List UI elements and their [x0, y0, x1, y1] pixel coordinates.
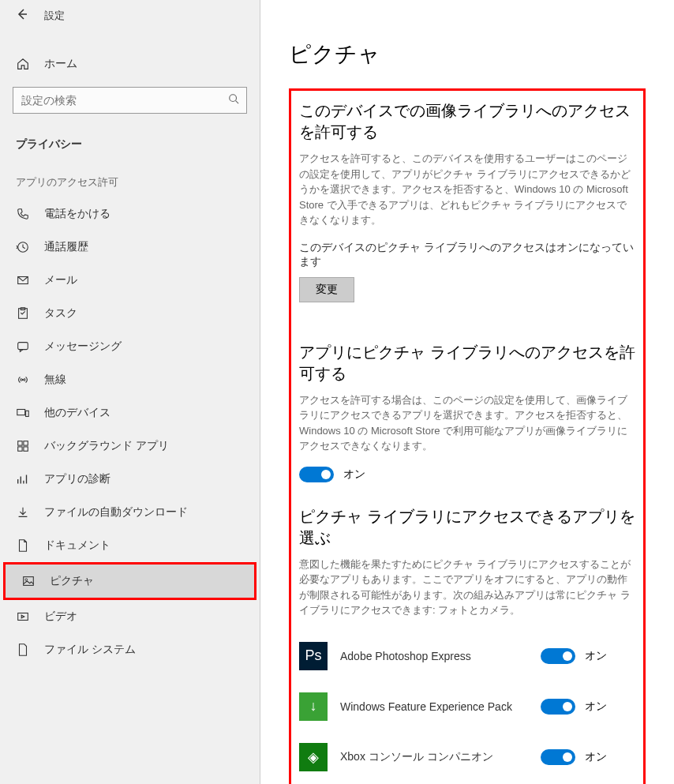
svg-rect-11	[18, 447, 22, 451]
mail-icon	[16, 273, 30, 287]
nav-item-other-devices[interactable]: 他のデバイス	[0, 396, 260, 430]
home-nav[interactable]: ホーム	[0, 47, 260, 81]
nav-label: 電話をかける	[44, 207, 110, 221]
svg-rect-5	[18, 343, 28, 350]
nav-item-documents[interactable]: ドキュメント	[0, 529, 260, 562]
app-toggle[interactable]	[541, 749, 575, 765]
app-toggle-label: オン	[585, 700, 607, 714]
section2-desc: アクセスを許可する場合は、このページの設定を使用して、画像ライブラリにアクセスで…	[299, 392, 635, 454]
app-row: ◈ Xbox コンソール コンパニオン オン	[299, 732, 635, 782]
file-system-icon	[16, 643, 30, 657]
app-row: ↓ Windows Feature Experience Pack オン	[299, 681, 635, 732]
app-toggle[interactable]	[541, 699, 575, 715]
toggle-label: オン	[343, 467, 365, 482]
nav-item-app-diagnostics[interactable]: アプリの診断	[0, 463, 260, 496]
highlighted-region: このデバイスでの画像ライブラリへのアクセスを許可する アクセスを許可すると、この…	[289, 88, 646, 784]
app-row: Ps Adobe Photoshop Express オン	[299, 631, 635, 681]
app-icon: ↓	[299, 692, 328, 721]
svg-point-14	[25, 579, 28, 581]
search-input[interactable]	[13, 87, 247, 114]
section1-heading: このデバイスでの画像ライブラリへのアクセスを許可する	[299, 100, 635, 143]
nav-item-mail[interactable]: メール	[0, 264, 260, 297]
app-list: Ps Adobe Photoshop Express オン ↓ Windows …	[299, 631, 635, 785]
nav-label: タスク	[44, 306, 77, 321]
document-icon	[16, 538, 30, 553]
back-button[interactable]	[16, 8, 28, 24]
section1-status: このデバイスのピクチャ ライブラリへのアクセスはオンになっています	[299, 241, 635, 269]
radio-icon	[16, 373, 30, 387]
nav-item-radios[interactable]: 無線	[0, 363, 260, 396]
category-title: プライバシー	[0, 129, 260, 159]
nav-item-pictures[interactable]: ピクチャ	[6, 565, 254, 598]
svg-point-6	[22, 379, 24, 381]
subsection-title: アプリのアクセス許可	[0, 159, 260, 197]
svg-point-0	[230, 95, 237, 102]
section2-heading: アプリにピクチャ ライブラリへのアクセスを許可する	[299, 342, 635, 384]
nav-item-videos[interactable]: ビデオ	[0, 600, 260, 633]
app-toggle-wrap: オン	[541, 749, 635, 765]
back-arrow-icon	[16, 8, 28, 21]
nav-label: バックグラウンド アプリ	[44, 439, 169, 453]
app-icon: Ps	[299, 642, 328, 670]
nav-item-call[interactable]: 電話をかける	[0, 197, 260, 231]
nav-label: アプリの診断	[44, 472, 110, 486]
svg-rect-13	[24, 577, 34, 586]
svg-rect-15	[18, 613, 28, 621]
nav-label: ピクチャ	[50, 574, 94, 588]
sidebar: 設定 ホーム プライバシー アプリのアクセス許可 電話をかける 通話履歴 メール…	[0, 0, 260, 784]
home-icon	[16, 57, 30, 71]
devices-icon	[16, 406, 30, 420]
content-area: ピクチャ このデバイスでの画像ライブラリへのアクセスを許可する アクセスを許可す…	[260, 0, 674, 784]
nav-item-background-apps[interactable]: バックグラウンド アプリ	[0, 430, 260, 463]
nav-item-tasks[interactable]: タスク	[0, 297, 260, 330]
nav-label: ビデオ	[44, 610, 77, 624]
nav-label: ドキュメント	[44, 538, 110, 553]
svg-rect-7	[17, 410, 25, 415]
nav-label: 他のデバイス	[44, 406, 110, 420]
messaging-icon	[16, 339, 30, 354]
app-toggle-label: オン	[585, 750, 607, 764]
home-label: ホーム	[44, 57, 77, 71]
nav-label: ファイルの自動ダウンロード	[44, 505, 188, 520]
nav-item-auto-downloads[interactable]: ファイルの自動ダウンロード	[0, 496, 260, 529]
nav-label: 無線	[44, 373, 66, 387]
phone-icon	[16, 207, 30, 221]
nav-item-messaging[interactable]: メッセージング	[0, 330, 260, 363]
app-name: Xbox コンソール コンパニオン	[340, 750, 528, 764]
download-icon	[16, 505, 30, 520]
nav-label: メール	[44, 273, 77, 287]
nav-label: 通話履歴	[44, 240, 88, 254]
section3-heading: ピクチャ ライブラリにアクセスできるアプリを選ぶ	[299, 506, 635, 549]
pictures-icon	[21, 574, 36, 588]
change-button[interactable]: 変更	[299, 277, 354, 302]
app-toggle-wrap: オン	[541, 648, 635, 664]
section3-desc: 意図した機能を果たすためにピクチャ ライブラリにアクセスすることが必要なアプリも…	[299, 557, 635, 618]
history-icon	[16, 240, 30, 254]
diagnostics-icon	[16, 472, 30, 486]
svg-rect-10	[24, 441, 28, 445]
section2-toggle-row: オン	[299, 467, 635, 482]
sidebar-header: 設定	[0, 0, 260, 32]
app-toggle-wrap: オン	[541, 699, 635, 715]
window-title: 設定	[44, 9, 65, 23]
background-apps-icon	[16, 439, 30, 453]
app-name: Windows Feature Experience Pack	[340, 700, 528, 713]
app-name: Adobe Photoshop Express	[340, 650, 528, 662]
nav-label: メッセージング	[44, 339, 122, 354]
app-icon: ◈	[299, 743, 328, 771]
svg-rect-12	[24, 447, 28, 451]
svg-rect-8	[26, 411, 29, 416]
search-box	[13, 87, 247, 114]
nav-label: ファイル システム	[44, 643, 136, 657]
section1-desc: アクセスを許可すると、このデバイスを使用するユーザーはこのページの設定を使用して…	[299, 151, 635, 228]
allow-apps-toggle[interactable]	[299, 467, 334, 482]
search-icon	[228, 93, 239, 107]
app-toggle-label: オン	[585, 649, 607, 663]
app-toggle[interactable]	[541, 648, 575, 664]
video-icon	[16, 610, 30, 624]
tasks-icon	[16, 306, 30, 321]
page-title: ピクチャ	[289, 39, 646, 69]
nav-item-call-history[interactable]: 通話履歴	[0, 231, 260, 264]
nav-item-file-system[interactable]: ファイル システム	[0, 633, 260, 666]
svg-rect-9	[18, 441, 22, 445]
